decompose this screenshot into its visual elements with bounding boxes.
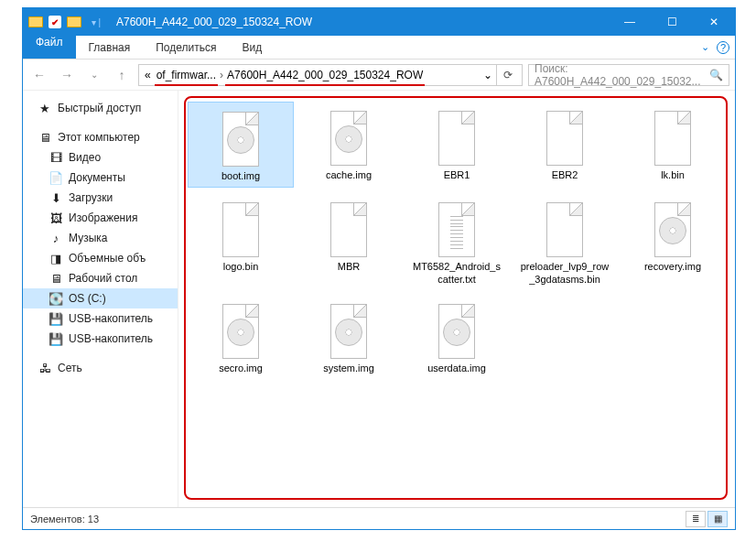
refresh-button[interactable]: ⟳: [496, 64, 518, 86]
file-name: recovery.img: [644, 261, 701, 274]
sidebar-3dobjects[interactable]: ◨Объемные объ: [23, 248, 178, 268]
file-icon: [323, 197, 374, 257]
breadcrumb-dropdown[interactable]: ⌄: [481, 69, 494, 81]
file-item[interactable]: system.img: [296, 295, 402, 379]
file-item[interactable]: secro.img: [188, 295, 294, 379]
file-item[interactable]: MBR: [296, 193, 402, 290]
image-icon: 🖼: [49, 211, 63, 225]
qat-divider: ▾ |: [87, 13, 105, 31]
address-bar: ← → ⌄ ↑ « of_firmwar... › A7600H_A442_00…: [23, 60, 735, 91]
download-icon: ⬇: [49, 190, 63, 205]
file-name: EBR2: [552, 169, 578, 182]
file-icon: [431, 298, 482, 359]
minimize-button[interactable]: —: [609, 8, 651, 36]
ribbon-tab-home[interactable]: Главная: [76, 36, 144, 59]
file-icon: [539, 105, 590, 166]
sidebar-usb1[interactable]: 💾USB-накопитель: [23, 308, 178, 329]
explorer-window: ✔ ▾ | A7600H_A442_000_029_150324_ROW — ☐…: [22, 7, 736, 530]
document-icon: 📄: [49, 170, 63, 185]
ribbon-tab-share[interactable]: Поделиться: [143, 36, 229, 59]
breadcrumb-part2[interactable]: A7600H_A442_000_029_150324_ROW: [225, 69, 425, 81]
file-item[interactable]: EBR1: [404, 102, 510, 188]
file-item[interactable]: userdata.img: [404, 295, 510, 379]
breadcrumb-part1[interactable]: of_firmwar...: [155, 69, 218, 81]
file-item[interactable]: preloader_lvp9_row_3gdatasms.bin: [512, 193, 618, 290]
sidebar-downloads[interactable]: ⬇Загрузки: [23, 188, 178, 208]
file-icon: [323, 105, 374, 166]
sidebar-music[interactable]: ♪Музыка: [23, 228, 178, 248]
file-item[interactable]: lk.bin: [620, 102, 726, 188]
file-name: lk.bin: [661, 169, 685, 182]
usb-icon: 💾: [49, 311, 63, 326]
search-placeholder: Поиск: A7600H_A442_000_029_15032...: [535, 62, 706, 88]
file-grid: boot.imgcache.imgEBR1EBR2lk.binlogo.binM…: [184, 98, 729, 383]
file-icon: [431, 105, 482, 166]
star-icon: ★: [38, 101, 52, 115]
file-icon: [215, 197, 266, 257]
file-item[interactable]: MT6582_Android_scatter.txt: [404, 193, 510, 290]
ribbon-expand-icon[interactable]: ⌄: [701, 41, 709, 53]
desktop-icon: 🖥: [49, 271, 63, 286]
close-button[interactable]: ✕: [693, 8, 735, 36]
file-item[interactable]: logo.bin: [188, 193, 294, 290]
view-large-icons-button[interactable]: ▦: [707, 511, 728, 527]
file-icon: [647, 197, 698, 257]
sidebar-pictures[interactable]: 🖼Изображения: [23, 208, 178, 228]
drive-icon: 💽: [49, 291, 63, 306]
ribbon: Файл Главная Поделиться Вид ⌄ ?: [23, 36, 735, 60]
back-button[interactable]: ←: [28, 64, 50, 86]
titlebar: ✔ ▾ | A7600H_A442_000_029_150324_ROW — ☐…: [23, 8, 735, 36]
search-input[interactable]: Поиск: A7600H_A442_000_029_15032... 🔍: [528, 64, 729, 86]
breadcrumb-overflow[interactable]: «: [143, 69, 153, 81]
file-icon: [647, 105, 698, 166]
breadcrumb[interactable]: « of_firmwar... › A7600H_A442_000_029_15…: [138, 64, 523, 86]
maximize-button[interactable]: ☐: [651, 8, 693, 36]
app-icon: [27, 13, 45, 31]
file-item[interactable]: recovery.img: [620, 193, 726, 290]
file-name: EBR1: [444, 169, 470, 182]
sidebar-this-pc[interactable]: 🖥Этот компьютер: [23, 127, 178, 147]
sidebar-quick-access[interactable]: ★Быстрый доступ: [23, 98, 178, 118]
file-item[interactable]: cache.img: [296, 102, 402, 188]
sidebar: ★Быстрый доступ 🖥Этот компьютер 🎞Видео 📄…: [23, 91, 178, 507]
usb-icon: 💾: [49, 331, 63, 346]
file-icon: [215, 298, 266, 359]
search-icon[interactable]: 🔍: [709, 69, 723, 81]
view-details-button[interactable]: ≣: [686, 511, 706, 527]
sidebar-usb2[interactable]: 💾USB-накопитель: [23, 329, 178, 349]
ribbon-tab-file[interactable]: Файл: [23, 36, 76, 59]
file-name: logo.bin: [223, 261, 259, 274]
file-icon: [431, 197, 482, 257]
cube-icon: ◨: [49, 251, 63, 265]
file-name: MBR: [338, 261, 360, 274]
video-icon: 🎞: [49, 150, 63, 165]
file-icon: [323, 298, 374, 359]
forward-button[interactable]: →: [56, 64, 78, 86]
file-name: secro.img: [219, 362, 263, 375]
help-icon[interactable]: ?: [717, 41, 729, 54]
ribbon-tab-view[interactable]: Вид: [229, 36, 275, 59]
sidebar-video[interactable]: 🎞Видео: [23, 147, 178, 168]
sidebar-network[interactable]: 🖧Сеть: [23, 358, 178, 378]
file-item[interactable]: EBR2: [512, 102, 618, 188]
file-item[interactable]: boot.img: [188, 102, 294, 188]
file-name: cache.img: [326, 169, 372, 182]
file-icon: [215, 106, 266, 167]
window-title: A7600H_A442_000_029_150324_ROW: [109, 16, 609, 28]
sidebar-desktop[interactable]: 🖥Рабочий стол: [23, 268, 178, 288]
file-name: MT6582_Android_scatter.txt: [411, 261, 502, 287]
up-button[interactable]: ↑: [111, 64, 133, 86]
recent-dropdown[interactable]: ⌄: [83, 64, 105, 86]
sidebar-documents[interactable]: 📄Документы: [23, 168, 178, 188]
file-icon: [539, 197, 590, 257]
file-name: boot.img: [221, 170, 260, 183]
music-icon: ♪: [49, 231, 63, 245]
qat-checkbox-icon[interactable]: ✔: [49, 16, 61, 28]
sidebar-os-c[interactable]: 💽OS (C:): [23, 288, 178, 308]
statusbar: Элементов: 13 ≣ ▦: [23, 507, 735, 529]
monitor-icon: 🖥: [38, 130, 52, 145]
item-count: Элементов: 13: [30, 514, 99, 525]
qat-folder-icon[interactable]: [65, 13, 83, 31]
breadcrumb-sep-1: ›: [220, 69, 223, 81]
file-name: preloader_lvp9_row_3gdatasms.bin: [519, 261, 610, 287]
